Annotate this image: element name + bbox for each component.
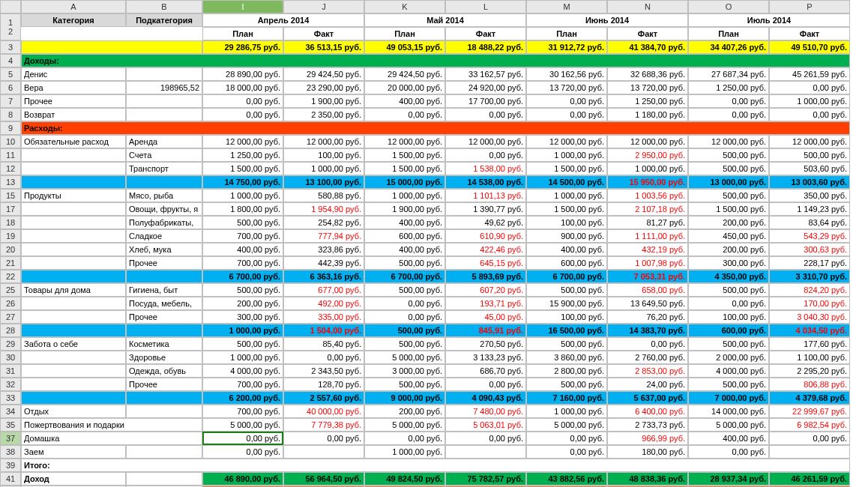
cell[interactable]: 28 937,34 руб.: [688, 472, 769, 486]
cell[interactable]: 7 480,00 руб.: [445, 405, 526, 418]
cell[interactable]: [126, 391, 202, 405]
cell[interactable]: 300,63 руб.: [769, 243, 850, 256]
cell[interactable]: 610,90 руб.: [445, 229, 526, 243]
row-header[interactable]: 8: [0, 108, 21, 121]
cell[interactable]: 503,60 руб.: [769, 162, 850, 175]
cell[interactable]: 128,70 руб.: [283, 378, 364, 391]
cell[interactable]: 500,00 руб.: [364, 378, 445, 391]
cell[interactable]: 400,00 руб.: [364, 94, 445, 108]
cell[interactable]: [126, 405, 202, 418]
row-header[interactable]: 15: [0, 189, 21, 202]
cell[interactable]: 700,00 руб.: [202, 256, 283, 270]
cell[interactable]: 500,00 руб.: [688, 189, 769, 202]
row-header-1-2[interactable]: 12: [0, 13, 21, 40]
cell[interactable]: 845,91 руб.: [445, 324, 526, 337]
cell[interactable]: 686,70 руб.: [445, 364, 526, 378]
cell[interactable]: 0,00 руб.: [364, 297, 445, 310]
cell[interactable]: Отдых: [21, 405, 126, 418]
cell[interactable]: 300,00 руб.: [688, 256, 769, 270]
cell[interactable]: 0,00 руб.: [607, 337, 688, 351]
col-header-A[interactable]: A: [21, 0, 126, 13]
cell[interactable]: Вера: [21, 81, 126, 94]
row-header[interactable]: 21: [0, 256, 21, 270]
cell[interactable]: 14 538,00 руб.: [445, 175, 526, 189]
cell[interactable]: [21, 229, 126, 243]
cell[interactable]: 400,00 руб.: [688, 432, 769, 445]
cell[interactable]: 1 250,00 руб.: [688, 81, 769, 94]
cell[interactable]: 27 687,34 руб.: [688, 67, 769, 81]
cell[interactable]: 4 350,00 руб.: [688, 270, 769, 283]
cell[interactable]: [21, 378, 126, 391]
cell[interactable]: 2 760,00 руб.: [607, 351, 688, 364]
cell[interactable]: Прочее: [126, 256, 202, 270]
cell[interactable]: 658,00 руб.: [607, 283, 688, 297]
cell[interactable]: [21, 216, 126, 229]
cell[interactable]: 500,00 руб.: [526, 337, 607, 351]
cell[interactable]: 2 853,00 руб.: [607, 364, 688, 378]
cell[interactable]: 400,00 руб.: [526, 243, 607, 256]
cell[interactable]: 12 000,00 руб.: [769, 135, 850, 148]
cell[interactable]: [21, 391, 126, 405]
cell[interactable]: 23 290,00 руб.: [283, 81, 364, 94]
cell[interactable]: [126, 67, 202, 81]
cell[interactable]: 0,00 руб.: [526, 108, 607, 121]
cell[interactable]: 6 700,00 руб.: [202, 270, 283, 283]
cell[interactable]: [126, 108, 202, 121]
cell[interactable]: Прочее: [126, 378, 202, 391]
cell[interactable]: [21, 324, 126, 337]
row-header[interactable]: 33: [0, 391, 21, 405]
row-header[interactable]: 31: [0, 364, 21, 378]
cell[interactable]: 1 180,00 руб.: [607, 108, 688, 121]
cell[interactable]: 0,00 руб.: [526, 432, 607, 445]
cell[interactable]: 228,17 руб.: [769, 256, 850, 270]
cell[interactable]: 56 964,50 руб.: [283, 472, 364, 486]
cell[interactable]: 34 407,26 руб.: [688, 40, 769, 54]
col-header-J[interactable]: J: [283, 0, 364, 13]
col-header-N[interactable]: N: [607, 0, 688, 13]
cell[interactable]: 13 720,00 руб.: [607, 81, 688, 94]
cell[interactable]: 46 261,59 руб.: [769, 472, 850, 486]
cell[interactable]: 335,00 руб.: [283, 310, 364, 324]
cell[interactable]: 12 000,00 руб.: [202, 135, 283, 148]
section-income[interactable]: Доходы:: [21, 54, 850, 67]
cell[interactable]: 500,00 руб.: [526, 283, 607, 297]
row-header[interactable]: 6: [0, 81, 21, 94]
cell[interactable]: 5 000,00 руб.: [526, 418, 607, 432]
cell[interactable]: 1 000,00 руб.: [526, 405, 607, 418]
cell[interactable]: 193,71 руб.: [445, 297, 526, 310]
cell[interactable]: 500,00 руб.: [202, 216, 283, 229]
cell[interactable]: 4 379,68 руб.: [769, 391, 850, 405]
cell[interactable]: Домашка: [21, 432, 202, 445]
cell[interactable]: 500,00 руб.: [688, 162, 769, 175]
cell[interactable]: 36 513,15 руб.: [283, 40, 364, 54]
cell[interactable]: 29 286,75 руб.: [202, 40, 283, 54]
cell[interactable]: 777,94 руб.: [283, 229, 364, 243]
row-header[interactable]: 29: [0, 337, 21, 351]
cell[interactable]: 18 488,22 руб.: [445, 40, 526, 54]
cell[interactable]: 24 920,00 руб.: [445, 81, 526, 94]
cell[interactable]: 500,00 руб.: [364, 283, 445, 297]
cell[interactable]: 966,99 руб.: [607, 432, 688, 445]
cell[interactable]: 580,88 руб.: [283, 189, 364, 202]
cell[interactable]: 48 838,36 руб.: [607, 472, 688, 486]
cell[interactable]: [126, 445, 202, 459]
cell[interactable]: 14 383,70 руб.: [607, 324, 688, 337]
cell[interactable]: 28 890,00 руб.: [202, 67, 283, 81]
cell[interactable]: 300,00 руб.: [202, 310, 283, 324]
cell[interactable]: Хлеб, мука: [126, 243, 202, 256]
row-header[interactable]: 41: [0, 472, 21, 486]
cell[interactable]: 600,00 руб.: [526, 256, 607, 270]
col-header-L[interactable]: L: [445, 0, 526, 13]
cell[interactable]: 198965,52: [126, 81, 202, 94]
cell[interactable]: 2 350,00 руб.: [283, 108, 364, 121]
row-header[interactable]: 22: [0, 270, 21, 283]
cell[interactable]: 13 649,50 руб.: [607, 297, 688, 310]
cell[interactable]: 13 000,00 руб.: [688, 175, 769, 189]
cell[interactable]: Гигиена, быт: [126, 283, 202, 297]
row-header[interactable]: 10: [0, 135, 21, 148]
cell[interactable]: 543,29 руб.: [769, 229, 850, 243]
cell[interactable]: 22 999,67 руб.: [769, 405, 850, 418]
cell[interactable]: 1 000,00 руб.: [202, 189, 283, 202]
cell[interactable]: 6 982,54 руб.: [769, 418, 850, 432]
cell[interactable]: 45,00 руб.: [445, 310, 526, 324]
